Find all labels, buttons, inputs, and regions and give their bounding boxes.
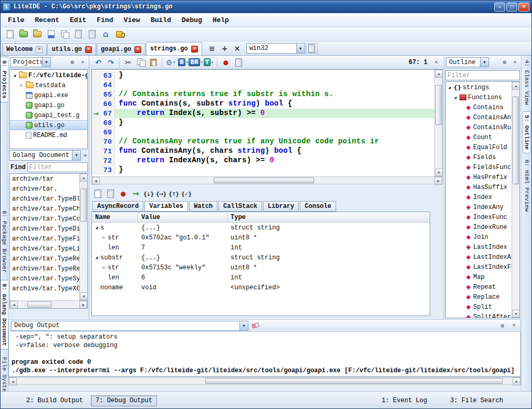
panel-close-icon[interactable]: ×	[509, 321, 518, 330]
line-number-gutter[interactable]: 69	[92, 128, 115, 137]
variable-row-str[interactable]: ▷str0x5702ac "go1.0.1"uint8 *	[92, 233, 430, 243]
outline-item-indexrune[interactable]: IndexRune	[446, 222, 512, 232]
scroll-left-icon[interactable]: ◀	[92, 177, 100, 185]
doc-item-archive-tar[interactable]: archive/tar	[10, 174, 79, 184]
continue-debug-icon[interactable]: →	[130, 188, 141, 199]
undo-icon[interactable]: ↶	[92, 57, 104, 68]
scroll-left-icon[interactable]: ◀	[9, 377, 17, 385]
build-run-menu-icon[interactable]: BR▾	[190, 57, 202, 68]
outline-item-index[interactable]: Index	[446, 192, 512, 202]
scroll-right-icon[interactable]: ▶	[79, 301, 87, 309]
tab-close-icon[interactable]: ×	[85, 46, 92, 53]
line-number-gutter[interactable]: 64	[92, 80, 115, 90]
outline-item-containsrun[interactable]: ContainsRun	[446, 122, 512, 132]
scroll-down-icon[interactable]: ▼	[435, 169, 443, 176]
scroll-down-icon[interactable]: ▼	[80, 292, 87, 300]
scrollbar-track[interactable]	[512, 90, 519, 310]
chevron-down-icon[interactable]: ▼	[480, 58, 488, 67]
panel-menu-gear-icon[interactable]: ⚙	[500, 58, 509, 67]
copy-icon[interactable]	[135, 57, 147, 68]
debug-tab-asyncrecord[interactable]: AsyncRecord	[92, 201, 143, 212]
close-button[interactable]: ×	[518, 3, 529, 12]
build-config-icon[interactable]: ⚙▾	[165, 57, 176, 68]
scrollbar-thumb[interactable]	[435, 85, 442, 125]
outline-item-containsany[interactable]: ContainsAny	[446, 112, 512, 122]
menu-recent[interactable]: Recent	[29, 15, 65, 26]
project-item-goapi-exe[interactable]: goapi.exe	[10, 90, 87, 100]
outline-vertical-scrollbar[interactable]: ▲ ▼	[512, 82, 519, 318]
line-number-gutter[interactable]: →67	[92, 109, 115, 118]
expander-icon[interactable]: ▷	[101, 265, 107, 270]
outline-item-indexfunc[interactable]: IndexFunc	[446, 212, 512, 222]
close-editor-icon[interactable]: ×	[232, 43, 243, 54]
tab-goapi-go[interactable]: goapi.go×	[97, 43, 145, 55]
doc-item-archive-tar-typefif[interactable]: archive/tar.TypeFif	[10, 234, 79, 244]
doc-list-vertical-scrollbar[interactable]: ▲ ▼	[79, 174, 87, 300]
line-number-gutter[interactable]: 72	[92, 156, 115, 165]
projects-combo[interactable]: Projects ▼	[10, 57, 51, 67]
debug-tab-watch[interactable]: Watch	[189, 201, 217, 212]
step-into-icon[interactable]: {↓}	[143, 188, 154, 199]
variable-row-s[interactable]: ◢s{...}struct string	[92, 223, 430, 233]
variable-row-str[interactable]: ▷str0x57153c "weekly"uint8 *	[92, 263, 430, 272]
debug-tab-variables[interactable]: Variables	[144, 201, 188, 212]
status-button-1-event-log[interactable]: 1: Event Log	[377, 395, 432, 406]
project-item-readme-md[interactable]: README.md	[10, 130, 87, 140]
status-button-7-debug-output[interactable]: 7: Debug Output	[91, 395, 157, 406]
line-number-gutter[interactable]: 73	[92, 165, 115, 175]
scroll-down-icon[interactable]: ▼	[512, 310, 520, 318]
side-tab-5-outline[interactable]: 5: Outline	[523, 111, 531, 153]
scroll-left-icon[interactable]: ◀	[10, 301, 18, 309]
golang-document-combo[interactable]: Golang Document ▼	[9, 150, 81, 161]
menu-file[interactable]: File	[3, 15, 29, 26]
editor-horizontal-scrollbar[interactable]: ◀ ▶	[91, 176, 443, 184]
doc-item-archive-tar-typereg[interactable]: archive/tar.TypeReg	[10, 254, 79, 264]
doc-item-archive-tar-typelin[interactable]: archive/tar.TypeLin	[10, 244, 79, 254]
code-editor[interactable]: 63}6465// Contains returns true if subst…	[91, 69, 443, 176]
debug-output-text[interactable]: -sep=", ": setup separators -v=false: ve…	[8, 332, 521, 377]
outline-item-contains[interactable]: Contains	[446, 102, 512, 112]
menu-build[interactable]: Build	[145, 15, 176, 26]
variable-row-substr[interactable]: ◢substr{...}struct string	[92, 253, 430, 263]
debug-output-combo[interactable]: Debug Output ▼	[11, 321, 248, 331]
expander-icon[interactable]: ◢	[12, 73, 17, 78]
editor-close-icon[interactable]: ×	[432, 58, 441, 67]
overflow-chevron-icon[interactable]: »	[82, 150, 88, 160]
tab-close-icon[interactable]: ×	[191, 46, 198, 53]
expander-icon[interactable]: ◢	[94, 225, 99, 230]
outline-item-join[interactable]: Join	[446, 232, 512, 242]
start-debug-icon[interactable]: ●	[220, 57, 232, 68]
scrollbar-thumb[interactable]	[513, 97, 519, 185]
line-number-gutter[interactable]: 71	[92, 146, 115, 156]
outline-item-functions[interactable]: ◢Functions	[446, 92, 512, 102]
tab-strings-go[interactable]: strings.go×	[146, 42, 202, 55]
project-item-f-vfc-liteide-g[interactable]: ◢F:/vfc/liteide-g	[10, 70, 87, 80]
tab-utils-go[interactable]: utils.go×	[47, 43, 96, 55]
clear-output-eraser-icon[interactable]	[251, 321, 260, 330]
code-line-71[interactable]: 71func ContainsAny(s, chars string) bool…	[92, 146, 434, 156]
outline-filter-input[interactable]	[445, 70, 520, 80]
expander-icon[interactable]: ▷	[101, 235, 107, 240]
export-file-icon[interactable]	[86, 28, 98, 40]
chevron-down-icon[interactable]: ▼	[42, 58, 50, 67]
expander-icon[interactable]: ◢	[447, 85, 452, 90]
status-button-2-build-output[interactable]: 2: Build Output	[22, 395, 88, 406]
doc-filter-input[interactable]	[27, 162, 88, 172]
variable-row-len[interactable]: len6int	[92, 272, 430, 282]
home-icon[interactable]: ⌂	[99, 28, 112, 40]
expander-icon[interactable]: ▷	[19, 83, 24, 88]
donate-icon[interactable]	[113, 28, 126, 40]
edit-env-icon[interactable]	[306, 43, 318, 54]
code-line-69[interactable]: 69	[92, 128, 434, 137]
side-tab-6-html-preview[interactable]: 6: Html Preview	[523, 156, 530, 215]
outline-item-hasprefix[interactable]: HasPrefix	[446, 172, 512, 182]
outline-item-lastindexan[interactable]: LastIndexAn	[446, 252, 512, 262]
code-line-64[interactable]: 64	[92, 80, 434, 90]
chevron-down-icon[interactable]: ▼	[239, 321, 248, 330]
new-file-icon[interactable]	[4, 28, 16, 40]
outline-item-count[interactable]: Count	[446, 132, 512, 142]
project-item-utils-go[interactable]: utils.go	[10, 120, 87, 130]
paste-icon[interactable]	[148, 57, 159, 68]
outline-item-fieldsfunc[interactable]: FieldsFunc	[446, 162, 512, 172]
code-line-63[interactable]: 63}	[92, 71, 434, 80]
